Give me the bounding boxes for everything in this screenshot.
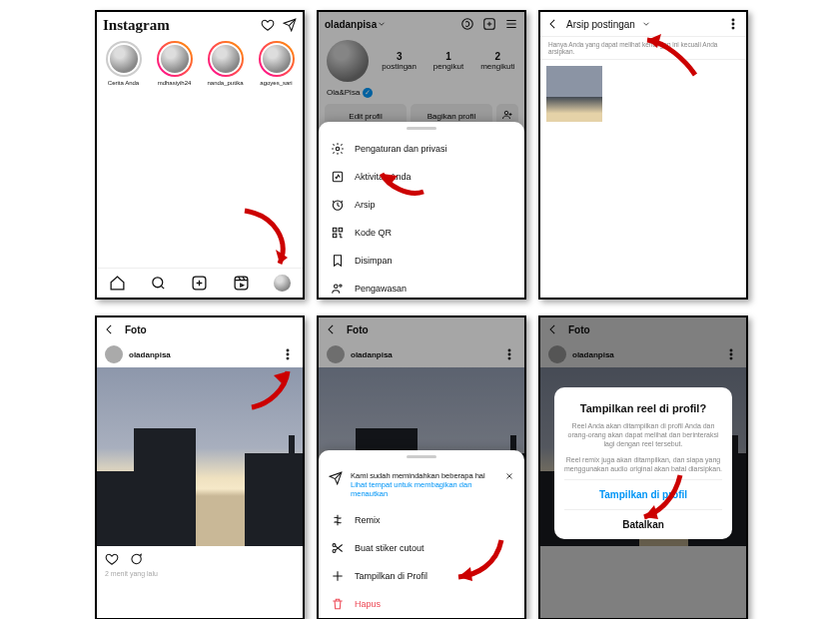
screen-archive: Arsip postingan Hanya Anda yang dapat me… <box>538 10 748 300</box>
remix-icon <box>331 513 345 527</box>
menu-qr[interactable]: Kode QR <box>319 219 524 247</box>
profile-stats: 3postingan 1pengikut 2mengikuti <box>319 36 524 88</box>
saved-icon <box>331 254 345 268</box>
bottom-nav <box>97 268 303 298</box>
archive-icon <box>331 198 345 212</box>
post-timestamp: 2 menit yang lalu <box>97 568 303 579</box>
story-item[interactable]: nanda_putika <box>204 41 247 86</box>
menu-archive[interactable]: Arsip <box>319 191 524 219</box>
post-image[interactable] <box>97 367 303 546</box>
menu-activity[interactable]: Aktivitas Anda <box>319 163 524 191</box>
nav-home-icon[interactable] <box>109 275 126 292</box>
notifications-icon[interactable] <box>261 18 275 32</box>
comment-icon[interactable] <box>129 552 143 566</box>
story-item[interactable]: mdhasiyih24 <box>153 41 196 86</box>
post-more-icon[interactable] <box>502 347 516 361</box>
screen-photo: Foto oladanpisa 2 menit yang lalu <box>95 315 305 619</box>
dialog-title: Tampilkan reel di profil? <box>564 401 722 415</box>
sheet-handle[interactable] <box>407 127 436 130</box>
nav-reels-icon[interactable] <box>233 275 250 292</box>
archived-post-thumbnail[interactable] <box>546 66 602 122</box>
screen-profile-menu: oladanpisa 3postingan 1pengikut 2mengiku… <box>317 10 526 300</box>
activity-icon <box>331 170 345 184</box>
nav-search-icon[interactable] <box>150 275 167 292</box>
annotation-arrow <box>235 206 295 276</box>
send-icon <box>329 471 343 485</box>
option-remix[interactable]: Remix <box>319 506 524 534</box>
option-show-on-profile[interactable]: Tampilkan di Profil <box>319 562 524 590</box>
plus-icon <box>331 569 345 583</box>
trash-icon <box>331 597 345 611</box>
archive-title[interactable]: Arsip postingan <box>566 19 635 30</box>
home-topbar: Instagram <box>97 12 303 38</box>
screen-home: Instagram Cerita Anda mdhasiyih24 nanda_… <box>95 10 305 300</box>
stat-followers[interactable]: 1pengikut <box>429 51 466 71</box>
back-icon[interactable] <box>103 322 117 336</box>
archive-header: Arsip postingan <box>540 12 746 36</box>
post-options-sheet: Kami sudah memindahkan beberapa hal Liha… <box>319 450 524 618</box>
settings-sheet: Pengaturan dan privasi Aktivitas Anda Ar… <box>319 122 524 298</box>
options-notice: Kami sudah memindahkan beberapa hal Liha… <box>319 463 524 506</box>
options-notice-link[interactable]: Lihat tempat untuk membagikan dan menaut… <box>351 480 496 498</box>
scissors-icon <box>331 541 345 555</box>
author-username[interactable]: oladanpisa <box>351 350 393 359</box>
screen-confirm-dialog: Foto oladanpisa Tampilkan reel di profil… <box>538 315 748 619</box>
dialog-confirm-button[interactable]: Tampilkan di profil <box>564 479 722 509</box>
author-username[interactable]: oladanpisa <box>129 350 171 359</box>
menu-saved[interactable]: Disimpan <box>319 247 524 275</box>
like-icon[interactable] <box>105 552 119 566</box>
stat-posts[interactable]: 3postingan <box>381 51 418 71</box>
hamburger-menu-icon[interactable] <box>504 17 518 31</box>
sheet-handle[interactable] <box>407 455 436 458</box>
story-your-story[interactable]: Cerita Anda <box>102 41 145 86</box>
menu-settings[interactable]: Pengaturan dan privasi <box>319 135 524 163</box>
post-more-icon[interactable] <box>281 347 295 361</box>
author-avatar[interactable] <box>105 345 123 363</box>
author-avatar[interactable] <box>327 345 345 363</box>
photo-title: Foto <box>125 324 147 335</box>
option-sticker-cutout[interactable]: Buat stiker cutout <box>319 534 524 562</box>
back-icon[interactable] <box>546 17 560 31</box>
chevron-down-icon[interactable] <box>641 19 651 29</box>
stories-row: Cerita Anda mdhasiyih24 nanda_putika ago… <box>97 38 303 92</box>
dialog-body: Reel Anda akan ditampilkan di profil And… <box>564 421 722 448</box>
threads-icon[interactable] <box>460 17 474 31</box>
create-icon[interactable] <box>482 17 496 31</box>
close-icon[interactable] <box>504 471 514 481</box>
messages-icon[interactable] <box>283 18 297 32</box>
post-author-row: oladanpisa <box>97 341 303 367</box>
screen-photo-options: Foto oladanpisa Kami sudah memindahkan b… <box>317 315 526 619</box>
verified-badge-icon: ✓ <box>363 88 373 98</box>
dialog-body-2: Reel remix juga akan ditampilkan, dan si… <box>564 455 722 473</box>
menu-supervision[interactable]: Pengawasan <box>319 275 524 300</box>
post-actions <box>97 546 303 568</box>
qr-icon <box>331 226 345 240</box>
profile-username[interactable]: oladanpisa <box>325 19 377 30</box>
stat-following[interactable]: 2mengikuti <box>479 51 516 71</box>
nav-profile-avatar[interactable] <box>274 275 291 292</box>
nav-create-icon[interactable] <box>191 275 208 292</box>
archive-notice: Hanya Anda yang dapat melihat kenangan i… <box>540 36 746 60</box>
settings-icon <box>331 142 345 156</box>
photo-title: Foto <box>347 324 369 335</box>
confirm-dialog: Tampilkan reel di profil? Reel Anda akan… <box>554 387 732 539</box>
back-icon[interactable] <box>325 322 339 336</box>
profile-avatar[interactable] <box>327 40 369 82</box>
story-item[interactable]: agoyes_sari <box>255 41 298 86</box>
dialog-cancel-button[interactable]: Batalkan <box>564 509 722 539</box>
more-icon[interactable] <box>726 17 740 31</box>
supervise-icon <box>331 282 345 296</box>
option-delete[interactable]: Hapus <box>319 590 524 618</box>
profile-header: oladanpisa <box>319 12 524 36</box>
chevron-down-icon[interactable] <box>377 19 387 29</box>
photo-header: Foto <box>97 317 303 341</box>
instagram-logo: Instagram <box>103 17 170 34</box>
profile-display-name: Ola&Pisa <box>327 88 360 97</box>
